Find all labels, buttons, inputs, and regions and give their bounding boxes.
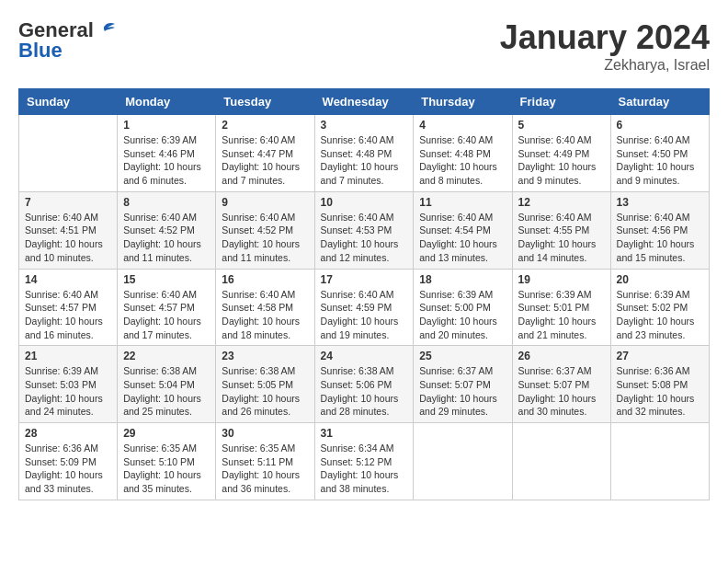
header-tuesday: Tuesday xyxy=(216,89,314,115)
location-text: Zekharya, Israel xyxy=(500,57,710,74)
day-info: Sunrise: 6:40 AM Sunset: 4:50 PM Dayligh… xyxy=(617,133,703,188)
day-info: Sunrise: 6:39 AM Sunset: 5:02 PM Dayligh… xyxy=(617,288,703,342)
page-header: General Blue January 2024 Zekharya, Isra… xyxy=(18,18,710,74)
day-number: 23 xyxy=(222,350,308,362)
day-info: Sunrise: 6:40 AM Sunset: 4:56 PM Dayligh… xyxy=(617,211,703,265)
calendar-cell: 7Sunrise: 6:40 AM Sunset: 4:51 PM Daylig… xyxy=(19,191,118,269)
day-number: 2 xyxy=(222,119,308,132)
day-number: 14 xyxy=(25,273,111,286)
day-info: Sunrise: 6:38 AM Sunset: 5:05 PM Dayligh… xyxy=(222,364,308,419)
day-info: Sunrise: 6:36 AM Sunset: 5:08 PM Dayligh… xyxy=(617,364,703,419)
day-info: Sunrise: 6:38 AM Sunset: 5:04 PM Dayligh… xyxy=(123,364,210,419)
day-number: 27 xyxy=(617,350,703,362)
calendar-cell: 12Sunrise: 6:40 AM Sunset: 4:55 PM Dayli… xyxy=(512,191,610,269)
day-info: Sunrise: 6:34 AM Sunset: 5:12 PM Dayligh… xyxy=(321,442,408,496)
title-area: January 2024 Zekharya, Israel xyxy=(500,18,710,74)
calendar-cell: 23Sunrise: 6:38 AM Sunset: 5:05 PM Dayli… xyxy=(216,346,314,423)
day-number: 3 xyxy=(321,119,408,132)
day-info: Sunrise: 6:39 AM Sunset: 5:03 PM Dayligh… xyxy=(25,364,111,419)
day-info: Sunrise: 6:40 AM Sunset: 4:59 PM Dayligh… xyxy=(321,288,408,342)
calendar-cell: 9Sunrise: 6:40 AM Sunset: 4:52 PM Daylig… xyxy=(216,191,314,269)
day-number: 18 xyxy=(419,273,506,286)
day-info: Sunrise: 6:40 AM Sunset: 4:57 PM Dayligh… xyxy=(25,288,111,342)
header-wednesday: Wednesday xyxy=(314,89,414,115)
calendar-cell: 24Sunrise: 6:38 AM Sunset: 5:06 PM Dayli… xyxy=(314,346,414,423)
calendar-header-row: Sunday Monday Tuesday Wednesday Thursday… xyxy=(19,89,710,115)
day-info: Sunrise: 6:37 AM Sunset: 5:07 PM Dayligh… xyxy=(419,364,506,419)
calendar-cell: 3Sunrise: 6:40 AM Sunset: 4:48 PM Daylig… xyxy=(314,115,414,192)
day-number: 29 xyxy=(123,427,210,440)
calendar-cell xyxy=(19,115,118,192)
header-sunday: Sunday xyxy=(19,89,118,115)
day-number: 24 xyxy=(321,350,408,362)
day-number: 16 xyxy=(222,273,308,286)
day-number: 15 xyxy=(123,273,210,286)
logo-bird-icon xyxy=(95,22,115,39)
calendar-cell: 29Sunrise: 6:35 AM Sunset: 5:10 PM Dayli… xyxy=(118,423,216,500)
header-saturday: Saturday xyxy=(610,89,709,115)
day-info: Sunrise: 6:40 AM Sunset: 4:53 PM Dayligh… xyxy=(321,211,408,265)
calendar-cell: 14Sunrise: 6:40 AM Sunset: 4:57 PM Dayli… xyxy=(19,269,118,346)
calendar-table: Sunday Monday Tuesday Wednesday Thursday… xyxy=(18,88,710,500)
day-info: Sunrise: 6:40 AM Sunset: 4:48 PM Dayligh… xyxy=(419,133,506,188)
day-number: 31 xyxy=(321,427,408,440)
calendar-cell: 31Sunrise: 6:34 AM Sunset: 5:12 PM Dayli… xyxy=(314,423,414,500)
calendar-week-row: 28Sunrise: 6:36 AM Sunset: 5:09 PM Dayli… xyxy=(19,423,710,500)
day-info: Sunrise: 6:36 AM Sunset: 5:09 PM Dayligh… xyxy=(25,442,111,496)
day-number: 21 xyxy=(25,350,111,362)
day-info: Sunrise: 6:35 AM Sunset: 5:10 PM Dayligh… xyxy=(123,442,210,496)
day-number: 8 xyxy=(123,196,210,209)
day-info: Sunrise: 6:37 AM Sunset: 5:07 PM Dayligh… xyxy=(518,364,605,419)
day-number: 5 xyxy=(518,119,605,132)
day-number: 6 xyxy=(617,119,703,132)
calendar-week-row: 21Sunrise: 6:39 AM Sunset: 5:03 PM Dayli… xyxy=(19,346,710,423)
day-number: 12 xyxy=(518,196,605,209)
day-number: 7 xyxy=(25,196,111,209)
calendar-cell: 22Sunrise: 6:38 AM Sunset: 5:04 PM Dayli… xyxy=(118,346,216,423)
calendar-cell: 30Sunrise: 6:35 AM Sunset: 5:11 PM Dayli… xyxy=(216,423,314,500)
day-info: Sunrise: 6:39 AM Sunset: 5:00 PM Dayligh… xyxy=(419,288,506,342)
calendar-cell: 1Sunrise: 6:39 AM Sunset: 4:46 PM Daylig… xyxy=(118,115,216,192)
calendar-cell: 28Sunrise: 6:36 AM Sunset: 5:09 PM Dayli… xyxy=(19,423,118,500)
day-info: Sunrise: 6:40 AM Sunset: 4:58 PM Dayligh… xyxy=(222,288,308,342)
day-number: 9 xyxy=(222,196,308,209)
calendar-week-row: 7Sunrise: 6:40 AM Sunset: 4:51 PM Daylig… xyxy=(19,191,710,269)
day-number: 30 xyxy=(222,427,308,440)
calendar-cell: 8Sunrise: 6:40 AM Sunset: 4:52 PM Daylig… xyxy=(118,191,216,269)
day-number: 25 xyxy=(419,350,506,362)
header-friday: Friday xyxy=(512,89,610,115)
calendar-cell: 20Sunrise: 6:39 AM Sunset: 5:02 PM Dayli… xyxy=(610,269,709,346)
calendar-cell: 2Sunrise: 6:40 AM Sunset: 4:47 PM Daylig… xyxy=(216,115,314,192)
calendar-cell: 19Sunrise: 6:39 AM Sunset: 5:01 PM Dayli… xyxy=(512,269,610,346)
calendar-cell: 11Sunrise: 6:40 AM Sunset: 4:54 PM Dayli… xyxy=(414,191,512,269)
logo: General Blue xyxy=(18,18,115,63)
month-title: January 2024 xyxy=(500,18,710,57)
day-info: Sunrise: 6:40 AM Sunset: 4:49 PM Dayligh… xyxy=(518,133,605,188)
day-info: Sunrise: 6:39 AM Sunset: 4:46 PM Dayligh… xyxy=(123,133,210,188)
day-info: Sunrise: 6:40 AM Sunset: 4:57 PM Dayligh… xyxy=(123,288,210,342)
day-info: Sunrise: 6:40 AM Sunset: 4:52 PM Dayligh… xyxy=(123,211,210,265)
calendar-week-row: 14Sunrise: 6:40 AM Sunset: 4:57 PM Dayli… xyxy=(19,269,710,346)
day-info: Sunrise: 6:40 AM Sunset: 4:47 PM Dayligh… xyxy=(222,133,308,188)
calendar-cell: 27Sunrise: 6:36 AM Sunset: 5:08 PM Dayli… xyxy=(610,346,709,423)
day-number: 20 xyxy=(617,273,703,286)
calendar-cell: 10Sunrise: 6:40 AM Sunset: 4:53 PM Dayli… xyxy=(314,191,414,269)
day-number: 11 xyxy=(419,196,506,209)
day-number: 26 xyxy=(518,350,605,362)
day-number: 1 xyxy=(123,119,210,132)
day-number: 13 xyxy=(617,196,703,209)
day-number: 4 xyxy=(419,119,506,132)
day-number: 22 xyxy=(123,350,210,362)
calendar-cell: 26Sunrise: 6:37 AM Sunset: 5:07 PM Dayli… xyxy=(512,346,610,423)
day-info: Sunrise: 6:40 AM Sunset: 4:54 PM Dayligh… xyxy=(419,211,506,265)
calendar-cell: 4Sunrise: 6:40 AM Sunset: 4:48 PM Daylig… xyxy=(414,115,512,192)
calendar-cell: 15Sunrise: 6:40 AM Sunset: 4:57 PM Dayli… xyxy=(118,269,216,346)
calendar-cell: 18Sunrise: 6:39 AM Sunset: 5:00 PM Dayli… xyxy=(414,269,512,346)
logo-blue-text: Blue xyxy=(18,39,63,63)
day-number: 17 xyxy=(321,273,408,286)
day-info: Sunrise: 6:39 AM Sunset: 5:01 PM Dayligh… xyxy=(518,288,605,342)
calendar-cell: 5Sunrise: 6:40 AM Sunset: 4:49 PM Daylig… xyxy=(512,115,610,192)
calendar-cell: 21Sunrise: 6:39 AM Sunset: 5:03 PM Dayli… xyxy=(19,346,118,423)
day-number: 10 xyxy=(321,196,408,209)
day-number: 19 xyxy=(518,273,605,286)
